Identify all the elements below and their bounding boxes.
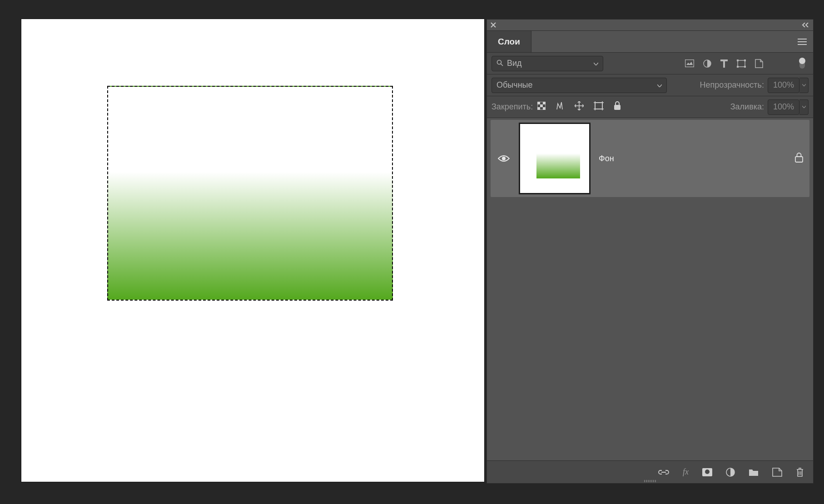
- svg-rect-23: [614, 105, 620, 110]
- layer-thumbnail[interactable]: [519, 123, 591, 194]
- opacity-label: Непрозрачность:: [700, 80, 764, 90]
- link-layers-icon[interactable]: [658, 469, 669, 475]
- smartobject-filter-icon[interactable]: [755, 59, 763, 68]
- svg-rect-8: [737, 59, 739, 61]
- lock-image-icon[interactable]: [556, 101, 565, 113]
- document-canvas[interactable]: [21, 19, 484, 482]
- svg-rect-17: [543, 107, 546, 110]
- visibility-toggle[interactable]: [497, 154, 511, 163]
- svg-rect-2: [798, 44, 807, 45]
- svg-rect-0: [798, 39, 807, 40]
- filter-toggle-switch[interactable]: [799, 59, 805, 69]
- close-panel-icon[interactable]: [491, 22, 496, 28]
- new-group-icon[interactable]: [749, 468, 759, 476]
- svg-rect-11: [744, 66, 746, 68]
- lock-artboard-icon[interactable]: [594, 101, 604, 113]
- svg-rect-9: [744, 59, 746, 61]
- lock-position-icon[interactable]: [575, 101, 584, 113]
- fill-label: Заливка:: [730, 102, 764, 112]
- svg-rect-15: [540, 104, 543, 107]
- blend-mode-label: Обычные: [496, 80, 533, 90]
- panel-top-strip: [487, 20, 813, 31]
- add-mask-icon[interactable]: [702, 468, 712, 476]
- text-filter-icon[interactable]: [720, 59, 728, 68]
- delete-layer-icon[interactable]: [796, 467, 804, 477]
- new-adjustment-icon[interactable]: [726, 468, 735, 477]
- blend-opacity-row: Обычные Непрозрачность: 100%: [487, 74, 813, 96]
- svg-rect-13: [537, 102, 540, 104]
- fill-dropdown[interactable]: [799, 99, 809, 115]
- kind-filter-label: Вид: [507, 59, 522, 68]
- layer-name[interactable]: Фон: [599, 154, 787, 163]
- lock-all-icon[interactable]: [614, 101, 621, 113]
- svg-point-24: [502, 157, 506, 160]
- marquee-selection[interactable]: [107, 86, 393, 301]
- filter-type-icons: [685, 59, 763, 68]
- svg-rect-16: [537, 107, 540, 110]
- filter-row: Вид: [487, 53, 813, 74]
- pixel-filter-icon[interactable]: [685, 59, 694, 67]
- kind-filter-select[interactable]: Вид: [491, 56, 603, 71]
- panel-header: Слои: [487, 31, 813, 53]
- panel-resize-grip[interactable]: [641, 480, 659, 482]
- layers-tab[interactable]: Слои: [487, 31, 531, 52]
- panel-footer: fx: [487, 460, 813, 483]
- lock-icons-group: [537, 101, 621, 113]
- svg-rect-5: [685, 60, 694, 67]
- adjustment-filter-icon[interactable]: [703, 59, 711, 68]
- shape-filter-icon[interactable]: [737, 59, 746, 68]
- lock-fill-row: Закрепить: Заливка:: [487, 96, 813, 118]
- svg-point-3: [497, 60, 501, 64]
- svg-rect-14: [543, 102, 546, 104]
- layer-row[interactable]: Фон: [491, 120, 809, 197]
- chevron-down-icon: [594, 60, 598, 67]
- opacity-value[interactable]: 100%: [768, 78, 799, 93]
- layers-tab-label: Слои: [498, 37, 520, 47]
- chevron-down-icon: [657, 82, 662, 89]
- new-layer-icon[interactable]: [772, 468, 782, 477]
- panel-menu-button[interactable]: [791, 31, 813, 52]
- layer-thumbnail-preview: [536, 153, 580, 178]
- layer-list: Фон: [487, 118, 813, 460]
- svg-line-4: [501, 64, 503, 66]
- svg-rect-1: [798, 41, 807, 42]
- collapse-panel-icon[interactable]: [801, 23, 809, 27]
- opacity-dropdown[interactable]: [799, 78, 809, 93]
- svg-rect-18: [595, 103, 602, 109]
- search-icon: [496, 59, 503, 68]
- blend-mode-select[interactable]: Обычные: [491, 78, 667, 93]
- layers-panel: Слои Вид: [486, 19, 814, 484]
- svg-rect-10: [737, 66, 739, 68]
- svg-rect-25: [795, 157, 803, 162]
- fill-value[interactable]: 100%: [768, 99, 799, 115]
- layer-fx-icon[interactable]: fx: [683, 467, 689, 477]
- svg-rect-7: [738, 60, 745, 67]
- lock-label: Закрепить:: [491, 102, 533, 112]
- lock-transparency-icon[interactable]: [537, 102, 546, 112]
- layer-lock-icon[interactable]: [795, 153, 803, 165]
